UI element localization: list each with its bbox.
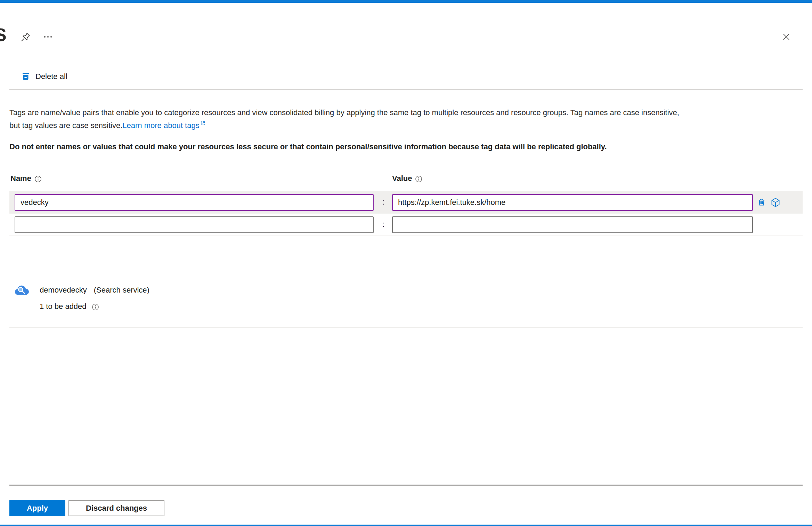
discard-changes-button[interactable]: Discard changes [68, 500, 164, 516]
tag-row: : [9, 214, 803, 236]
resource-summary: demovedecky(Search service) 1 to be adde… [0, 282, 812, 320]
more-options-button[interactable] [40, 30, 56, 44]
external-link-icon [200, 121, 205, 126]
toolbar-divider [9, 89, 803, 90]
description-line2: but tag values are case sensitive.Learn … [9, 119, 805, 132]
close-button[interactable] [778, 29, 795, 45]
resource-type: (Search service) [94, 286, 149, 294]
security-warning-text: Do not enter names or values that could … [9, 141, 805, 153]
delete-all-button[interactable]: Delete all [19, 71, 69, 82]
delete-all-icon [21, 71, 31, 82]
tags-pane: S Delete all Tags are name/value pairs t… [0, 0, 812, 526]
tag-value-input[interactable] [392, 216, 753, 233]
name-value-separator: : [379, 191, 388, 214]
delete-all-label: Delete all [35, 72, 67, 81]
learn-more-link[interactable]: Learn more about tags [122, 121, 199, 130]
tag-value-input[interactable] [392, 194, 753, 211]
pin-icon [21, 32, 31, 42]
resource-pending: 1 to be added [40, 302, 99, 311]
delete-tag-button[interactable] [755, 191, 768, 214]
page-title-partial: S [0, 24, 7, 45]
tag-row: : [9, 191, 803, 214]
tags-description: Tags are name/value pairs that enable yo… [9, 106, 805, 132]
cube-icon [770, 197, 781, 208]
resource-title: demovedecky(Search service) [40, 286, 149, 295]
pending-info-icon[interactable] [92, 303, 99, 311]
value-column-header: Value [392, 174, 422, 183]
pin-button[interactable] [18, 29, 33, 45]
resource-scope-button[interactable] [769, 191, 782, 214]
name-info-icon[interactable] [34, 175, 42, 183]
ellipsis-icon [44, 36, 46, 38]
close-icon [781, 32, 791, 42]
bottom-accent-bar [0, 525, 812, 526]
rows-divider [9, 236, 803, 236]
value-info-icon[interactable] [415, 175, 422, 183]
footer-divider [9, 485, 803, 486]
trash-icon [756, 197, 767, 208]
resource-divider [9, 327, 803, 328]
search-service-icon [15, 284, 29, 297]
description-line1: Tags are name/value pairs that enable yo… [9, 106, 805, 119]
name-column-header: Name [10, 174, 42, 183]
tag-column-headers: Name Value [0, 174, 812, 185]
apply-button[interactable]: Apply [9, 500, 65, 516]
footer-actions: Apply Discard changes [0, 500, 812, 517]
tag-name-input[interactable] [15, 194, 374, 211]
pending-count-label: 1 to be added [40, 302, 87, 311]
resource-name: demovedecky [40, 286, 87, 294]
tag-name-input[interactable] [15, 216, 374, 233]
top-accent-bar [0, 0, 812, 3]
name-value-separator: : [379, 214, 388, 236]
